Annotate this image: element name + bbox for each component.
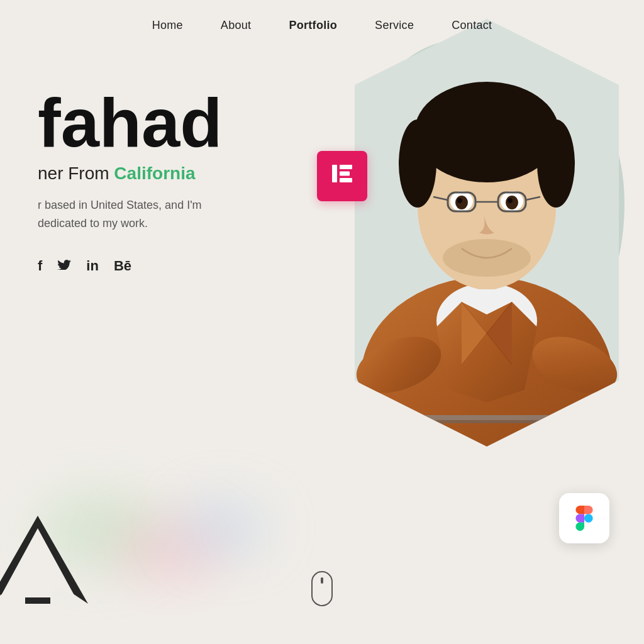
svg-point-4: [361, 277, 613, 453]
nav-service[interactable]: Service: [375, 19, 414, 32]
subtitle-prefix: ner From: [38, 164, 114, 183]
desc-line1: r based in United States, and I'm: [38, 199, 202, 211]
svg-rect-29: [340, 171, 350, 175]
main-navigation: Home About Portfolio Service Contact: [0, 0, 644, 51]
figma-logo-icon: [572, 506, 597, 531]
figma-badge: [559, 493, 609, 543]
mouse-wheel: [321, 577, 323, 584]
svg-rect-27: [332, 165, 337, 182]
svg-point-9: [399, 119, 436, 208]
svg-point-7: [418, 126, 556, 289]
desc-line2: dedicated to my work.: [38, 217, 148, 230]
svg-rect-17: [448, 192, 475, 211]
hero-subtitle: ner From California: [38, 164, 222, 184]
bg-splash-pink: [113, 518, 226, 581]
svg-point-15: [457, 198, 462, 203]
mouse-icon: [311, 571, 333, 606]
nav-contact[interactable]: Contact: [452, 19, 492, 32]
svg-point-13: [455, 196, 468, 209]
svg-point-5: [436, 283, 537, 358]
nav-about[interactable]: About: [221, 19, 252, 32]
nav-portfolio[interactable]: Portfolio: [289, 19, 337, 32]
person-svg: [336, 13, 638, 453]
svg-line-20: [433, 197, 448, 200]
svg-rect-25: [418, 415, 556, 420]
svg-point-8: [414, 82, 559, 182]
svg-point-16: [508, 198, 513, 203]
behance-icon[interactable]: Bē: [114, 258, 131, 274]
twitter-icon[interactable]: [57, 258, 71, 273]
facebook-icon[interactable]: f: [38, 258, 42, 274]
bg-splash-blue: [176, 499, 270, 556]
hero-section: fahad ner From California r based in Uni…: [38, 88, 222, 274]
svg-point-10: [537, 119, 575, 208]
brush-stroke-bg: [352, 31, 635, 396]
linkedin-icon[interactable]: in: [86, 258, 99, 274]
svg-point-14: [506, 196, 518, 209]
svg-point-24: [525, 326, 625, 403]
arrow-decoration: [0, 516, 88, 606]
svg-line-21: [526, 197, 540, 200]
svg-point-12: [501, 191, 523, 211]
svg-rect-30: [340, 178, 352, 182]
elementor-icon: [327, 158, 357, 194]
svg-marker-2: [355, 19, 619, 447]
nav-home[interactable]: Home: [152, 19, 183, 32]
svg-rect-6: [468, 239, 506, 289]
svg-point-23: [349, 326, 449, 403]
scroll-indicator: [311, 571, 333, 606]
subtitle-highlight: California: [114, 164, 195, 183]
svg-point-11: [450, 191, 473, 211]
svg-rect-26: [411, 420, 562, 423]
svg-point-22: [443, 239, 531, 277]
elementor-badge: [317, 151, 367, 201]
hero-image-area: [330, 0, 644, 472]
social-icons-group: f in Bē: [38, 258, 222, 274]
svg-rect-3: [336, 13, 638, 453]
hero-name: fahad: [38, 88, 222, 157]
hero-description: r based in United States, and I'm dedica…: [38, 196, 222, 233]
svg-rect-28: [340, 165, 352, 169]
svg-rect-18: [498, 192, 526, 211]
